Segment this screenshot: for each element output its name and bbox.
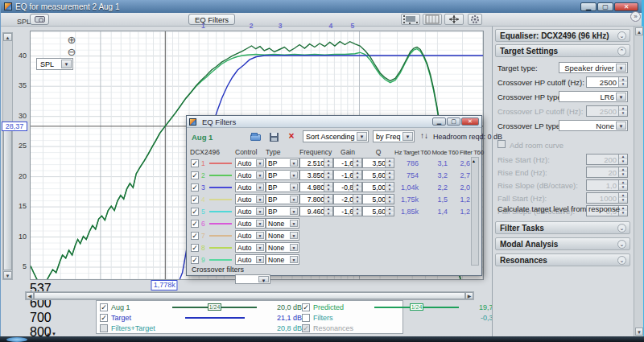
filter-enable-checkbox[interactable]: ✓: [191, 256, 199, 264]
spinner-arrows-icon[interactable]: ▲▼: [353, 207, 361, 216]
clear-filters-button[interactable]: ×: [285, 131, 298, 142]
close-button[interactable]: ✕: [614, 2, 638, 11]
spinner-arrows-icon[interactable]: ▲▼: [324, 183, 332, 192]
scroll-down-icon[interactable]: ▼: [635, 328, 643, 336]
filter-enable-checkbox[interactable]: ✓: [191, 244, 199, 252]
filter-gain-spinner[interactable]: -1,6▲▼: [333, 206, 362, 216]
zoom-in-icon[interactable]: ⊕: [66, 35, 77, 46]
title-bar[interactable]: EQ for measurement 2 Aug 1 ▁ ▢ ✕: [1, 0, 642, 13]
spinner-arrows-icon[interactable]: ▲▼: [324, 195, 332, 204]
filter-gain-spinner[interactable]: -1,6▲▼: [333, 158, 362, 168]
filter-control-select[interactable]: Auto: [235, 206, 266, 216]
field-spinner[interactable]: 1,0▲▼: [586, 179, 628, 191]
filter-frequency-spinner[interactable]: 3.850▲▼: [299, 170, 333, 180]
spinner-arrows-icon[interactable]: ▲▼: [385, 207, 394, 216]
field-select[interactable]: LR6: [559, 91, 628, 102]
scroll-up-icon[interactable]: ▲: [635, 27, 643, 35]
section-header-resonances[interactable]: Resonances⌄: [495, 253, 630, 266]
scroll-up-icon[interactable]: ▲: [3, 33, 12, 41]
scroll-up-icon[interactable]: ▲: [472, 158, 478, 164]
eq-filters-dialog[interactable]: EQ Filters ▁ ▢ ✕ Aug 1 × Sort Ascending …: [186, 115, 482, 276]
frequency-bands-button[interactable]: [423, 14, 442, 25]
dialog-minimize-button[interactable]: ▁: [432, 117, 446, 126]
vertical-scrollbar[interactable]: ▲ ▼: [2, 32, 13, 280]
filter-control-select[interactable]: Auto: [235, 194, 266, 204]
room-curve-checkbox[interactable]: [497, 140, 506, 148]
filter-enable-checkbox[interactable]: ✓: [191, 232, 199, 240]
settings-button[interactable]: [468, 14, 482, 25]
filter-gain-spinner[interactable]: -0,8▲▼: [333, 182, 362, 192]
spinner-arrows-icon[interactable]: ▲▼: [353, 171, 361, 179]
spinner-arrows-icon[interactable]: ▲▼: [353, 195, 361, 204]
dialog-close-button[interactable]: ✕: [461, 117, 479, 126]
crossover-filters-select[interactable]: [235, 274, 270, 284]
trace-checkbox[interactable]: ✓: [302, 303, 310, 311]
spinner-arrows-icon[interactable]: ▲▼: [385, 183, 394, 192]
panel-collapse-icon[interactable]: »: [630, 11, 641, 22]
field-spinner[interactable]: 2500▲▼: [586, 76, 628, 88]
filter-frequency-spinner[interactable]: 2.510▲▼: [299, 158, 333, 168]
trace-checkbox[interactable]: ✓: [100, 314, 108, 322]
scroll-down-icon[interactable]: ▼: [3, 271, 12, 279]
start-orb-icon[interactable]: [6, 337, 27, 342]
zoom-out-icon[interactable]: ⊖: [66, 47, 77, 58]
spinner-arrows-icon[interactable]: ▲▼: [618, 106, 627, 116]
section-header-filter-tasks[interactable]: Filter Tasks⌄: [495, 221, 630, 234]
dialog-title-bar[interactable]: EQ Filters ▁ ▢ ✕: [187, 116, 481, 128]
sort-mode-select[interactable]: Sort Ascending: [303, 130, 369, 142]
filter-q-spinner[interactable]: 5,00▲▼: [362, 194, 394, 204]
sort-arrows-icon[interactable]: ↑↓: [420, 131, 428, 140]
open-filters-button[interactable]: [250, 131, 262, 142]
scroll-right-icon[interactable]: ▶: [465, 292, 473, 299]
trace-checkbox[interactable]: [100, 324, 108, 332]
table-scrollbar[interactable]: ▲: [471, 157, 479, 266]
filter-enable-checkbox[interactable]: ✓: [191, 159, 199, 167]
maximize-button[interactable]: ▢: [597, 2, 613, 11]
filter-type-select[interactable]: BP: [266, 182, 299, 192]
chevron-expand-icon[interactable]: ⌄: [617, 224, 626, 233]
spinner-arrows-icon[interactable]: ▲▼: [324, 171, 332, 179]
filter-type-select[interactable]: BP: [266, 206, 299, 216]
eq-filters-button[interactable]: EQ Filters: [188, 14, 235, 25]
spinner-arrows-icon[interactable]: ▲▼: [324, 159, 332, 167]
trace-checkbox[interactable]: [302, 314, 310, 322]
filter-control-select[interactable]: Auto: [235, 242, 266, 253]
spinner-arrows-icon[interactable]: ▲▼: [385, 159, 394, 167]
spinner-arrows-icon[interactable]: ▲▼: [324, 207, 332, 216]
field-spinner[interactable]: 200▲▼: [586, 154, 628, 165]
spinner-arrows-icon[interactable]: ▲▼: [618, 167, 627, 177]
spinner-arrows-icon[interactable]: ▲▼: [385, 171, 394, 179]
filter-enable-checkbox[interactable]: ✓: [191, 183, 199, 192]
filter-type-select[interactable]: BP: [266, 170, 299, 180]
filter-q-spinner[interactable]: 5,60▲▼: [362, 170, 394, 180]
spinner-arrows-icon[interactable]: ▲▼: [353, 159, 361, 167]
trace-checkbox[interactable]: ✓: [100, 303, 108, 311]
filter-control-select[interactable]: Auto: [235, 230, 266, 241]
graph-layout-button[interactable]: [401, 14, 420, 25]
minimize-button[interactable]: ▁: [580, 2, 597, 11]
filter-gain-spinner[interactable]: -2,0▲▼: [333, 194, 362, 204]
panel-scrollbar[interactable]: ▲ ▼: [634, 27, 643, 336]
scroll-left-icon[interactable]: ◀: [26, 292, 34, 299]
filter-gain-spinner[interactable]: -1,6▲▼: [333, 170, 362, 180]
filter-q-spinner[interactable]: 5,00▲▼: [362, 182, 394, 192]
filter-type-select[interactable]: BP: [266, 158, 299, 168]
filter-type-select[interactable]: None: [266, 242, 299, 253]
filter-control-select[interactable]: Auto: [235, 170, 266, 180]
field-select[interactable]: None: [559, 120, 628, 131]
filter-control-select[interactable]: Auto: [235, 254, 266, 265]
chevron-expand-icon[interactable]: ⌄: [617, 31, 626, 40]
capture-button[interactable]: [30, 14, 49, 25]
calc-target-level-link[interactable]: Calculate target level from response: [497, 204, 620, 213]
dialog-maximize-button[interactable]: ▢: [447, 117, 460, 126]
filter-frequency-spinner[interactable]: 9.460▲▼: [299, 206, 333, 216]
field-spinner[interactable]: 1000▲▼: [586, 192, 628, 204]
chevron-expand-icon[interactable]: ⌄: [617, 256, 626, 265]
spinner-arrows-icon[interactable]: ▲▼: [618, 180, 627, 190]
filter-enable-checkbox[interactable]: ✓: [191, 196, 199, 204]
sort-by-select[interactable]: by Freq: [373, 130, 415, 142]
filter-type-select[interactable]: None: [266, 218, 299, 229]
spinner-arrows-icon[interactable]: ▲▼: [353, 183, 361, 192]
filter-q-spinner[interactable]: 3,50▲▼: [362, 158, 394, 168]
horizontal-scrollbar-thumb[interactable]: [34, 292, 465, 299]
